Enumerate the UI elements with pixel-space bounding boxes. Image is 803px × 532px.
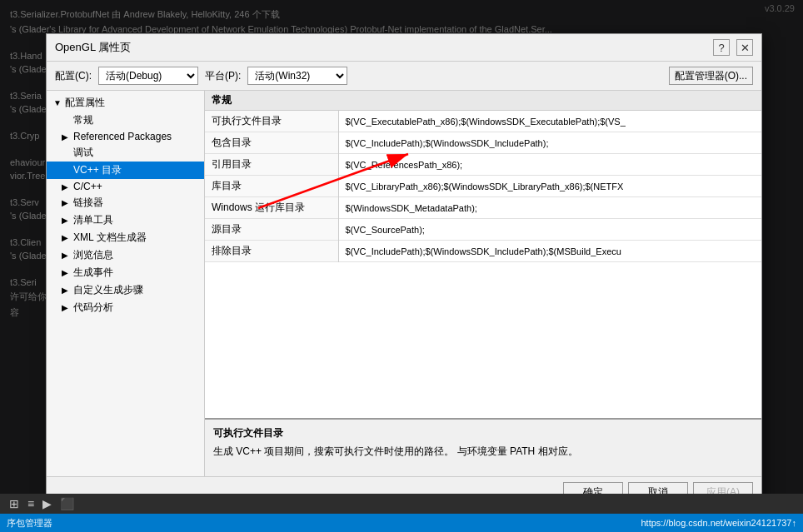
platform-select[interactable]: 活动(Win32)	[247, 67, 347, 85]
tree-label-linker: 链接器	[73, 196, 103, 210]
prop-value-5: $(VC_SourcePath);	[338, 219, 761, 241]
config-manager-button[interactable]: 配置管理器(O)...	[669, 67, 753, 85]
dialog-titlebar: OpenGL 属性页 ? ✕	[47, 34, 761, 62]
tree-item-build-events[interactable]: ▶生成事件	[47, 264, 204, 281]
tree-label-general: 常规	[73, 113, 93, 127]
tree-label-code-analysis: 代码分析	[73, 301, 113, 315]
dialog: OpenGL 属性页 ? ✕ 配置(C): 活动(Debug) 平台(P): 活…	[46, 33, 762, 508]
bottom-bar: 序包管理器 https://blog.csdn.net/weixin241217…	[0, 514, 803, 532]
platform-label: 平台(P):	[205, 69, 241, 83]
prop-row-2[interactable]: 引用目录$(VC_ReferencesPath_x86);	[205, 154, 761, 176]
prop-section-header: 常规	[205, 91, 761, 111]
tree-arrow-browse: ▶	[62, 251, 70, 260]
right-panel: 常规 可执行文件目录$(VC_ExecutablePath_x86);$(Win…	[205, 91, 761, 476]
tree-arrow-manifest: ▶	[62, 216, 70, 225]
prop-name-4: Windows 运行库目录	[205, 197, 338, 219]
tree-arrow-xml-gen: ▶	[62, 233, 70, 242]
config-bar: 配置(C): 活动(Debug) 平台(P): 活动(Win32) 配置管理器(…	[47, 62, 761, 91]
tree-item-ref-packages[interactable]: ▶Referenced Packages	[47, 129, 204, 144]
prop-name-3: 库目录	[205, 176, 338, 197]
prop-value-4: $(WindowsSDK_MetadataPath);	[338, 197, 761, 219]
tree-label-browse: 浏览信息	[73, 248, 113, 262]
prop-name-1: 包含目录	[205, 132, 338, 154]
tree-item-debug[interactable]: 调试	[47, 144, 204, 162]
tree-label-vcpp-dirs: VC++ 目录	[73, 163, 122, 177]
tree-label-ref-packages: Referenced Packages	[73, 131, 172, 142]
tree-item-vcpp-dirs[interactable]: VC++ 目录	[47, 162, 204, 179]
prop-value-2: $(VC_ReferencesPath_x86);	[338, 154, 761, 176]
help-button[interactable]: ?	[713, 39, 730, 56]
prop-row-1[interactable]: 包含目录$(VC_IncludePath);$(WindowsSDK_Inclu…	[205, 132, 761, 154]
tree-arrow-linker: ▶	[62, 198, 70, 207]
tree-label-xml-gen: XML 文档生成器	[73, 231, 147, 245]
toolbar-btn-1[interactable]: ⊞	[7, 497, 22, 510]
left-panel: ▼配置属性常规▶Referenced Packages调试VC++ 目录▶C/C…	[47, 91, 205, 476]
tree-item-general[interactable]: 常规	[47, 112, 204, 129]
prop-name-6: 排除目录	[205, 241, 338, 262]
tree-arrow-code-analysis: ▶	[62, 303, 70, 312]
prop-value-1: $(VC_IncludePath);$(WindowsSDK_IncludePa…	[338, 132, 761, 154]
tree-arrow-config-props: ▼	[53, 98, 62, 107]
desc-title: 可执行文件目录	[213, 426, 753, 440]
prop-row-3[interactable]: 库目录$(VC_LibraryPath_x86);$(WindowsSDK_Li…	[205, 176, 761, 197]
tree-item-manifest[interactable]: ▶清单工具	[47, 211, 204, 229]
desc-panel: 可执行文件目录 生成 VC++ 项目期间，搜索可执行文件时使用的路径。 与环境变…	[205, 418, 761, 476]
tree-label-custom-build: 自定义生成步骤	[73, 283, 143, 297]
tree-label-debug: 调试	[73, 146, 93, 160]
prop-value-0: $(VC_ExecutablePath_x86);$(WindowsSDK_Ex…	[338, 111, 761, 132]
tree-item-linker[interactable]: ▶链接器	[47, 194, 204, 211]
properties-table: 可执行文件目录$(VC_ExecutablePath_x86);$(Window…	[205, 111, 761, 262]
desc-text: 生成 VC++ 项目期间，搜索可执行文件时使用的路径。 与环境变量 PATH 相…	[213, 444, 753, 459]
tree-label-cpp: C/C++	[73, 181, 102, 192]
bottom-bar-left: 序包管理器	[7, 517, 52, 530]
tree-item-cpp[interactable]: ▶C/C++	[47, 179, 204, 194]
bottom-toolbar: ⊞ ≡ ▶ ⬛	[0, 494, 803, 514]
tree-arrow-ref-packages: ▶	[62, 132, 70, 142]
prop-row-4[interactable]: Windows 运行库目录$(WindowsSDK_MetadataPath);	[205, 197, 761, 219]
config-label: 配置(C):	[55, 69, 92, 83]
toolbar-btn-4[interactable]: ⬛	[57, 497, 77, 510]
close-button[interactable]: ✕	[736, 39, 753, 56]
prop-name-5: 源目录	[205, 219, 338, 241]
prop-name-0: 可执行文件目录	[205, 111, 338, 132]
prop-row-6[interactable]: 排除目录$(VC_IncludePath);$(WindowsSDK_Inclu…	[205, 241, 761, 262]
prop-name-2: 引用目录	[205, 154, 338, 176]
prop-table: 可执行文件目录$(VC_ExecutablePath_x86);$(Window…	[205, 111, 761, 418]
titlebar-controls: ? ✕	[713, 39, 753, 56]
tree-item-config-props[interactable]: ▼配置属性	[47, 94, 204, 112]
dialog-title: OpenGL 属性页	[55, 40, 131, 55]
tree-arrow-cpp: ▶	[62, 182, 70, 191]
prop-row-0[interactable]: 可执行文件目录$(VC_ExecutablePath_x86);$(Window…	[205, 111, 761, 132]
tree-item-xml-gen[interactable]: ▶XML 文档生成器	[47, 229, 204, 246]
prop-value-3: $(VC_LibraryPath_x86);$(WindowsSDK_Libra…	[338, 176, 761, 197]
tree-label-config-props: 配置属性	[65, 96, 105, 110]
bottom-bar-right: https://blog.csdn.net/weixin24121737↑	[641, 518, 796, 528]
tree-item-browse[interactable]: ▶浏览信息	[47, 246, 204, 264]
tree-label-build-events: 生成事件	[73, 266, 113, 280]
tree-item-custom-build[interactable]: ▶自定义生成步骤	[47, 281, 204, 299]
tree-item-code-analysis[interactable]: ▶代码分析	[47, 299, 204, 316]
prop-row-5[interactable]: 源目录$(VC_SourcePath);	[205, 219, 761, 241]
prop-value-6: $(VC_IncludePath);$(WindowsSDK_IncludePa…	[338, 241, 761, 262]
config-select[interactable]: 活动(Debug)	[98, 67, 198, 85]
tree-arrow-custom-build: ▶	[62, 286, 70, 295]
tree-label-manifest: 清单工具	[73, 213, 113, 227]
dialog-body: ▼配置属性常规▶Referenced Packages调试VC++ 目录▶C/C…	[47, 91, 761, 476]
tree-arrow-build-events: ▶	[62, 268, 70, 277]
toolbar-btn-2[interactable]: ≡	[25, 497, 37, 510]
toolbar-btn-3[interactable]: ▶	[40, 497, 54, 510]
